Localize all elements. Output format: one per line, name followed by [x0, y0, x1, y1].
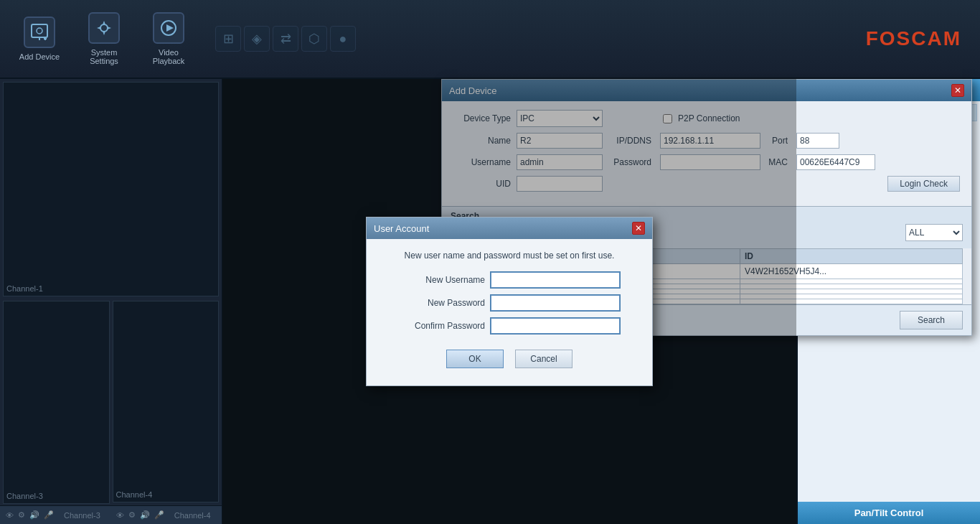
- filter-select[interactable]: ALL: [905, 224, 963, 241]
- video-playback-label: VideoPlayback: [153, 48, 185, 65]
- channel-statusbar: 👁 ⚙ 🔊 🎤 Channel-3 👁 ⚙ 🔊 🎤 Channel-4: [0, 505, 222, 524]
- ch-icon-7: 🔊: [140, 510, 150, 520]
- modal-body: New user name and password must be set o…: [367, 239, 652, 385]
- top-toolbar: Add Device SystemSettings VideoPlayback …: [0, 0, 980, 79]
- channel-3-label: Channel-3: [6, 492, 43, 500]
- ch-icon-5: 👁: [116, 511, 124, 520]
- mac-input[interactable]: [796, 154, 875, 170]
- svg-point-6: [100, 24, 108, 32]
- system-settings-label: SystemSettings: [90, 48, 118, 65]
- channel-4-label: Channel-4: [116, 490, 153, 499]
- ch-icon-1: 👁: [6, 511, 14, 520]
- ch-icon-4: 🎤: [44, 510, 54, 520]
- modal-message: New user name and password must be set o…: [381, 251, 638, 261]
- channel-1-label: Channel-1: [6, 284, 43, 293]
- left-panel: Channel-1 Channel-3 Channel-4 👁 ⚙ 🔊 🎤 Ch…: [0, 79, 222, 524]
- svg-rect-0: [32, 24, 47, 37]
- ch-icon-2: ⚙: [18, 510, 25, 520]
- center-area: Add Device ✕ Device Type IPC P2P Connect…: [222, 79, 796, 524]
- modal-titlebar: User Account ✕: [367, 217, 652, 239]
- confirm-password-label: Confirm Password: [399, 321, 485, 331]
- new-username-label: New Username: [399, 275, 485, 285]
- modal-title: User Account: [374, 223, 429, 234]
- svg-point-1: [37, 28, 42, 34]
- modal-buttons: OK Cancel: [381, 341, 638, 374]
- modal-close-btn[interactable]: ✕: [632, 222, 645, 235]
- add-device-label: Add Device: [19, 52, 60, 61]
- system-settings-icon: [88, 12, 120, 44]
- new-password-label: New Password: [399, 298, 485, 308]
- modal-cancel-btn[interactable]: Cancel: [515, 350, 573, 368]
- search-btn[interactable]: Search: [900, 311, 963, 329]
- confirm-password-row: Confirm Password: [381, 318, 638, 334]
- add-device-icon: [24, 17, 55, 48]
- new-password-input[interactable]: [491, 295, 620, 311]
- pan-tilt-control-label: Pan/Tilt Control: [798, 502, 980, 524]
- new-username-row: New Username: [381, 272, 638, 288]
- toolbar-system-settings[interactable]: SystemSettings: [72, 6, 136, 71]
- main-area: Channel-1 Channel-3 Channel-4 👁 ⚙ 🔊 🎤 Ch…: [0, 79, 980, 524]
- login-check-btn[interactable]: Login Check: [887, 176, 960, 192]
- foscam-logo: FOSCAM: [854, 22, 973, 56]
- video-playback-icon: [153, 12, 184, 44]
- new-password-row: New Password: [381, 295, 638, 311]
- port-input[interactable]: [796, 133, 839, 149]
- toolbar-add-device[interactable]: Add Device: [7, 6, 72, 71]
- user-account-dialog: User Account ✕ New user name and passwor…: [366, 217, 653, 386]
- channel-3-box: Channel-3: [3, 301, 110, 504]
- ch-icon-6: ⚙: [128, 510, 136, 520]
- ch-icon-8: 🎤: [154, 510, 164, 520]
- modal-ok-btn[interactable]: OK: [446, 350, 504, 368]
- confirm-password-input[interactable]: [491, 318, 620, 334]
- ch4-status-label: Channel-4: [174, 511, 211, 520]
- ch-icon-3: 🔊: [29, 510, 39, 520]
- toolbar-video-playback[interactable]: VideoPlayback: [136, 6, 201, 71]
- modal-overlay: User Account ✕ New user name and passwor…: [222, 79, 796, 524]
- channel-4-box: Channel-4: [113, 301, 220, 502]
- channel-1-box: Channel-1: [3, 82, 219, 296]
- svg-marker-8: [166, 24, 174, 32]
- add-device-close-btn[interactable]: ✕: [951, 84, 964, 97]
- foscam-brand-text: FOSCAM: [866, 27, 961, 50]
- new-username-input[interactable]: [491, 272, 620, 288]
- ch3-status-label: Channel-3: [64, 511, 100, 520]
